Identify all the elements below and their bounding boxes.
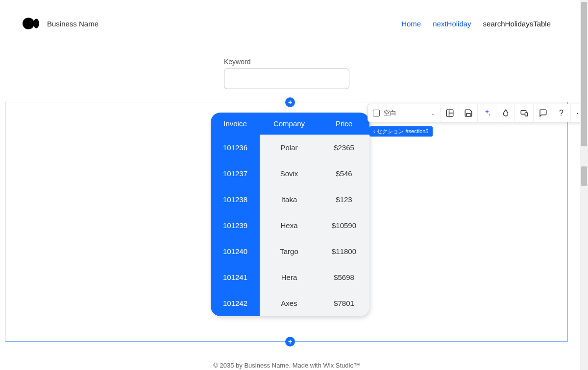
table-row[interactable]: 101239Hexa$10590: [211, 212, 369, 238]
svg-rect-4: [525, 113, 527, 116]
toolbar-comment-button[interactable]: [534, 104, 552, 122]
cell-company: Targo: [260, 238, 318, 264]
scrollbar-thumb[interactable]: [581, 2, 587, 146]
nav-link-nextholiday[interactable]: nextHoliday: [433, 20, 471, 28]
cell-company: Hexa: [260, 212, 318, 238]
table-row[interactable]: 101237Sovix$546: [211, 161, 369, 186]
scrollbar-thumb[interactable]: [581, 166, 587, 186]
toolbar-drop-button[interactable]: [496, 104, 515, 122]
add-section-bottom-button[interactable]: +: [285, 337, 295, 347]
comment-icon: [539, 109, 547, 117]
cell-invoice: 101239: [211, 212, 260, 238]
th-company: Company: [260, 113, 318, 135]
section-tag-label: セクション #section5: [377, 128, 428, 135]
responsive-icon: [520, 109, 529, 117]
cell-price: $7801: [318, 290, 369, 316]
cell-invoice: 101241: [211, 264, 260, 290]
cell-company: Sovix: [260, 161, 318, 186]
nav: Home nextHoliday searchHolidaysTable: [401, 20, 551, 28]
toolbar-select-label: 空白: [384, 109, 396, 117]
toolbar-layout-button[interactable]: [441, 104, 459, 122]
keyword-input[interactable]: [224, 69, 349, 89]
cell-invoice: 101236: [211, 135, 260, 161]
save-icon: [464, 109, 473, 117]
cell-invoice: 101240: [211, 238, 260, 264]
cell-price: $11800: [318, 238, 369, 264]
cell-price: $10590: [318, 212, 369, 238]
cell-invoice: 101242: [211, 290, 260, 316]
toolbar-element-select[interactable]: 空白 ⌄: [368, 104, 441, 122]
toolbar-ai-button[interactable]: [478, 104, 496, 122]
cell-company: Axes: [260, 290, 318, 316]
footer-text: © 2035 by Business Name. Made with Wix S…: [213, 362, 360, 369]
plus-icon: +: [288, 98, 292, 106]
cell-price: $2365: [318, 135, 369, 161]
table-row[interactable]: 101238Itaka$123: [211, 186, 369, 212]
cell-company: Itaka: [260, 186, 318, 212]
th-invoice: Invoice: [211, 113, 260, 135]
section-toolbar: 空白 ⌄ ? ⋯: [368, 104, 588, 122]
th-price: Price: [318, 113, 369, 135]
nav-link-searchholidaystable[interactable]: searchHolidaysTable: [483, 20, 551, 28]
cell-company: Polar: [260, 135, 318, 161]
footer: © 2035 by Business Name. Made with Wix S…: [5, 362, 568, 370]
logo-icon: [23, 17, 41, 30]
nav-link-home[interactable]: Home: [401, 20, 421, 28]
cell-price: $5698: [318, 264, 369, 290]
chevron-left-icon: ‹: [373, 129, 375, 134]
chevron-down-icon: ⌄: [431, 110, 435, 116]
cell-invoice: 101238: [211, 186, 260, 212]
help-icon: ?: [559, 109, 564, 117]
toolbar-responsive-button[interactable]: [515, 104, 534, 122]
toolbar-save-button[interactable]: [459, 104, 478, 122]
site-header: Business Name Home nextHoliday searchHol…: [5, 0, 568, 30]
cell-company: Hera: [260, 264, 318, 290]
brand-name: Business Name: [47, 20, 98, 28]
keyword-label: Keyword: [224, 58, 349, 66]
table-row[interactable]: 101240Targo$11800: [211, 238, 369, 264]
section-tag[interactable]: ‹ セクション #section5: [369, 126, 433, 137]
cell-invoice: 101237: [211, 161, 260, 186]
table-row[interactable]: 101242Axes$7801: [211, 290, 369, 316]
cell-price: $546: [318, 161, 369, 186]
data-table[interactable]: Invoice Company Price 101236Polar$236510…: [211, 113, 369, 316]
keyword-block: Keyword: [224, 58, 349, 89]
brand: Business Name: [23, 17, 98, 30]
square-outline-icon: [373, 110, 380, 116]
sparkle-icon: [483, 109, 491, 117]
toolbar-help-button[interactable]: ?: [552, 104, 571, 122]
table-row[interactable]: 101241Hera$5698: [211, 264, 369, 290]
add-section-top-button[interactable]: +: [285, 97, 295, 107]
scrollbar-track[interactable]: [580, 0, 588, 370]
layout-icon: [445, 109, 454, 117]
table-row[interactable]: 101236Polar$2365: [211, 135, 369, 161]
page: Business Name Home nextHoliday searchHol…: [5, 0, 568, 370]
plus-icon: +: [288, 338, 292, 346]
cell-price: $123: [318, 186, 369, 212]
drop-icon: [501, 109, 510, 117]
table-header-row: Invoice Company Price: [211, 113, 369, 135]
